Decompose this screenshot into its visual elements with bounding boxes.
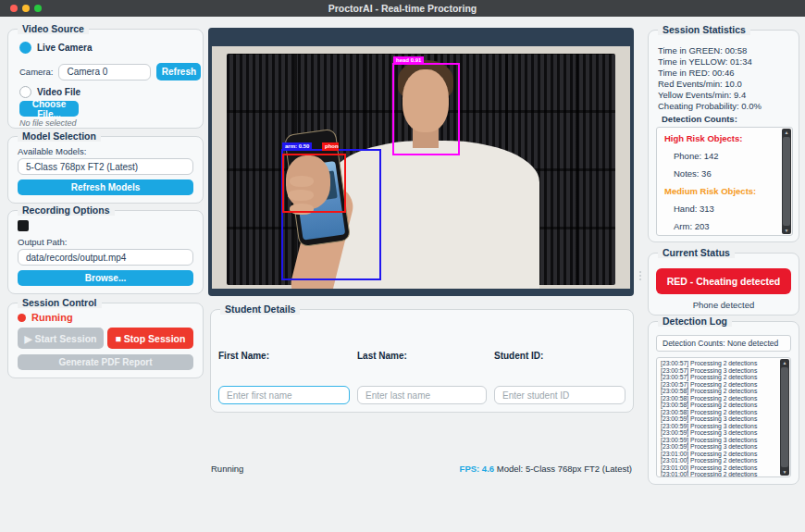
stat-time-yellow: Time in YELLOW: 01:34 xyxy=(658,56,752,67)
scroll-up-icon[interactable]: ▲ xyxy=(782,129,791,136)
status-detail-text: Phone detected xyxy=(649,300,799,310)
scroll-up-icon[interactable]: ▲ xyxy=(780,359,789,366)
session-control-group: Session Control Running ▶ Start Session … xyxy=(7,303,204,378)
available-models-label: Available Models: xyxy=(18,146,86,156)
record-checkbox[interactable] xyxy=(18,220,29,231)
scrollbar-thumb[interactable] xyxy=(783,137,790,226)
no-file-selected-text: No file selected xyxy=(19,118,77,128)
log-entry: [23:01:00] Processing 2 detections xyxy=(661,451,777,458)
log-entry: [23:00:58] Processing 2 detections xyxy=(661,395,777,402)
head-detection-label: head 0.91 xyxy=(393,56,424,65)
browse-button[interactable]: Browse... xyxy=(18,270,193,286)
log-entry: [23:00:58] Processing 2 detections xyxy=(661,402,777,409)
output-path-label: Output Path: xyxy=(18,237,67,247)
scroll-down-icon[interactable]: ▼ xyxy=(782,227,791,234)
running-indicator-icon xyxy=(18,314,26,322)
window-title: ProctorAI - Real-time Proctoring xyxy=(328,3,477,14)
detection-log-box[interactable]: [23:00:57] Processing 2 detections [23:0… xyxy=(656,357,791,477)
log-entry: [23:00:59] Processing 3 detections xyxy=(661,415,777,423)
close-icon[interactable] xyxy=(10,5,18,12)
model-selection-group: Model Selection Available Models: 5-Clas… xyxy=(7,136,204,204)
fps-value: FPS: 4.6 xyxy=(460,464,495,474)
refresh-camera-button[interactable]: Refresh xyxy=(156,63,201,80)
stat-red-events: Red Events/min: 10.0 xyxy=(658,79,742,89)
detection-log-scrollbar[interactable]: ▲ ▼ xyxy=(780,359,789,476)
stat-cheating-prob: Cheating Probability: 0.0% xyxy=(658,101,762,111)
video-file-label: Video File xyxy=(37,87,80,97)
stat-yellow-events: Yellow Events/min: 9.4 xyxy=(658,90,746,100)
student-id-label: Student ID: xyxy=(494,351,543,361)
log-entry: [23:00:59] Processing 3 detections xyxy=(661,423,777,430)
log-entry: [23:00:57] Processing 3 detections xyxy=(661,367,777,375)
detection-counts-label: Detection Counts: xyxy=(662,114,737,124)
video-feed-panel: head 0.91 arm: 0.50 phone xyxy=(208,28,634,296)
live-camera-radio[interactable] xyxy=(19,42,31,54)
stat-time-red: Time in RED: 00:46 xyxy=(658,68,735,78)
count-phone: Phone: 142 xyxy=(674,151,792,161)
recording-options-title: Recording Options xyxy=(18,204,115,216)
refresh-models-button[interactable]: Refresh Models xyxy=(18,179,193,195)
student-id-input[interactable] xyxy=(494,386,625,404)
log-entry: [23:00:59] Processing 3 detections xyxy=(661,429,777,437)
detection-counts-scrollbar[interactable]: ▲ ▼ xyxy=(782,129,791,234)
current-status-title: Current Status xyxy=(658,247,735,258)
video-source-title: Video Source xyxy=(18,23,89,34)
stop-session-button[interactable]: ■ Stop Session xyxy=(107,328,193,349)
log-entry: [23:01:00] Processing 2 detections xyxy=(661,471,777,477)
video-file-radio[interactable] xyxy=(19,86,31,98)
current-status-group: Current Status RED - Cheating detected P… xyxy=(648,253,799,315)
app-window: ProctorAI - Real-time Proctoring Video S… xyxy=(0,0,805,532)
detection-counts-summary: Detection Counts: None detected xyxy=(656,335,791,352)
first-name-label: First Name: xyxy=(218,351,269,361)
arm-detection-label: arm: 0.50 xyxy=(282,142,312,151)
live-camera-label: Live Camera xyxy=(37,43,92,53)
log-entry: [23:00:58] Processing 2 detections xyxy=(661,388,777,395)
session-control-title: Session Control xyxy=(18,297,102,308)
log-entry: [23:00:58] Processing 2 detections xyxy=(661,409,777,416)
scroll-down-icon[interactable]: ▼ xyxy=(780,468,789,476)
splitter-handle[interactable] xyxy=(638,271,641,284)
generate-pdf-report-button[interactable]: Generate PDF Report xyxy=(18,354,193,370)
log-entry: [23:01:00] Processing 2 detections xyxy=(661,464,777,472)
choose-file-button[interactable]: Choose File... xyxy=(19,101,79,117)
start-session-button[interactable]: ▶ Start Session xyxy=(18,328,104,349)
minimize-icon[interactable] xyxy=(22,5,30,12)
student-details-title: Student Details xyxy=(220,303,300,315)
session-statistics-group: Session Statistics Time in GREEN: 00:58 … xyxy=(648,30,799,242)
output-path-input[interactable] xyxy=(18,249,193,266)
log-entry: [23:00:57] Processing 2 detections xyxy=(661,360,777,367)
session-status-text: Running xyxy=(31,312,73,323)
phone-detection-label: phone xyxy=(322,142,339,151)
video-source-group: Video Source Live Camera Camera: Refresh… xyxy=(7,29,204,129)
phone-detection-box xyxy=(282,154,346,213)
session-statistics-title: Session Statistics xyxy=(658,24,750,35)
scrollbar-thumb[interactable] xyxy=(781,367,788,467)
log-entry: [23:00:59] Processing 3 detections xyxy=(661,443,777,451)
model-selection-title: Model Selection xyxy=(18,130,101,142)
log-entry: [23:01:00] Processing 2 detections xyxy=(661,457,777,464)
last-name-input[interactable] xyxy=(357,386,487,404)
log-entry: [23:00:57] Processing 2 detections xyxy=(661,381,777,389)
medium-risk-header: Medium Risk Objects: xyxy=(664,186,792,196)
first-name-input[interactable] xyxy=(218,386,350,404)
video-frame: head 0.91 arm: 0.50 phone xyxy=(212,46,630,289)
status-bar-right: FPS: 4.6 Model: 5-Class 768px FT2 (Lates… xyxy=(460,464,632,474)
detection-log-title: Detection Log xyxy=(658,315,732,327)
last-name-label: Last Name: xyxy=(357,351,407,361)
camera-input[interactable] xyxy=(58,64,151,80)
student-details-group: Student Details First Name: Last Name: S… xyxy=(210,309,634,413)
count-arm: Arm: 203 xyxy=(674,221,792,231)
head-detection-box: head 0.91 xyxy=(392,63,460,155)
recording-options-group: Recording Options Output Path: Browse... xyxy=(7,210,204,294)
status-bar-running-text: Running xyxy=(211,464,243,474)
log-entry: [23:00:57] Processing 2 detections xyxy=(661,374,777,381)
model-select[interactable]: 5-Class 768px FT2 (Latest) xyxy=(18,158,193,175)
detection-counts-box[interactable]: High Risk Objects: Phone: 142 Notes: 36 … xyxy=(656,127,793,236)
count-hand: Hand: 313 xyxy=(674,204,792,214)
count-notes: Notes: 36 xyxy=(674,168,792,179)
status-banner: RED - Cheating detected xyxy=(656,268,791,294)
maximize-icon[interactable] xyxy=(34,5,42,12)
title-bar: ProctorAI - Real-time Proctoring xyxy=(0,0,805,17)
model-status-text: Model: 5-Class 768px FT2 (Latest) xyxy=(497,464,632,474)
camera-label: Camera: xyxy=(19,67,53,77)
